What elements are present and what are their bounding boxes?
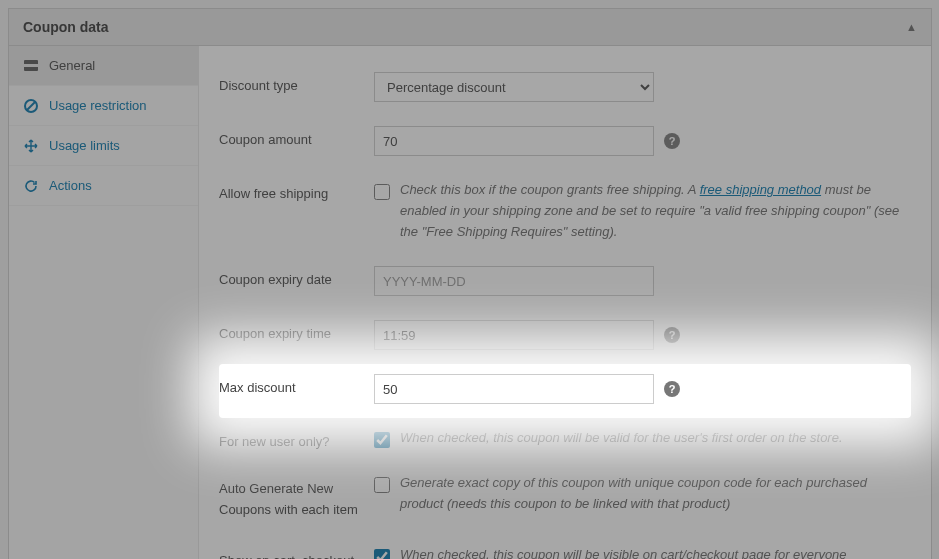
checkbox-auto-generate[interactable]: [374, 477, 390, 493]
refresh-icon: [23, 179, 39, 193]
checkbox-free-shipping[interactable]: [374, 184, 390, 200]
field-free-shipping: Allow free shipping Check this box if th…: [219, 170, 911, 256]
panel-header[interactable]: Coupon data ▲: [9, 9, 931, 46]
sidebar-item-actions[interactable]: Actions: [9, 166, 198, 206]
input-expiry-date[interactable]: [374, 266, 654, 296]
sidebar-item-usage-limits[interactable]: Usage limits: [9, 126, 198, 166]
sidebar-item-general[interactable]: General: [9, 46, 198, 86]
help-icon[interactable]: ?: [664, 327, 680, 343]
field-coupon-amount: Coupon amount ?: [219, 116, 911, 170]
field-expiry-time: Coupon expiry time ?: [219, 310, 911, 364]
input-expiry-time[interactable]: [374, 320, 654, 350]
move-icon: [23, 139, 39, 153]
label-expiry-time: Coupon expiry time: [219, 320, 374, 341]
select-discount-type[interactable]: Percentage discount: [374, 72, 654, 102]
coupon-data-panel: Coupon data ▲ General Usage restriction: [8, 8, 932, 559]
field-discount-type: Discount type Percentage discount: [219, 62, 911, 116]
input-max-discount[interactable]: [374, 374, 654, 404]
collapse-icon: ▲: [906, 21, 917, 33]
sidebar-item-label: Usage limits: [49, 138, 120, 153]
help-icon[interactable]: ?: [664, 381, 680, 397]
label-coupon-amount: Coupon amount: [219, 126, 374, 147]
sidebar: General Usage restriction Usage limits A…: [9, 46, 199, 559]
sidebar-item-label: Actions: [49, 178, 92, 193]
checkbox-new-user[interactable]: [374, 432, 390, 448]
label-discount-type: Discount type: [219, 72, 374, 93]
desc-show-on-cart: When checked, this coupon will be visibl…: [400, 545, 911, 559]
field-show-on-cart: Show on cart, checkout and my account? W…: [219, 535, 911, 559]
sidebar-item-usage-restriction[interactable]: Usage restriction: [9, 86, 198, 126]
label-free-shipping: Allow free shipping: [219, 180, 374, 201]
block-icon: [23, 99, 39, 113]
field-auto-generate: Auto Generate New Coupons with each item…: [219, 463, 911, 535]
input-coupon-amount[interactable]: [374, 126, 654, 156]
label-show-on-cart: Show on cart, checkout and my account?: [219, 545, 374, 559]
sidebar-item-label: Usage restriction: [49, 98, 147, 113]
panel-body: General Usage restriction Usage limits A…: [9, 46, 931, 559]
link-free-shipping-method[interactable]: free shipping method: [700, 182, 821, 197]
field-max-discount: Max discount ?: [219, 364, 911, 418]
field-new-user: For new user only? When checked, this co…: [219, 418, 911, 463]
desc-new-user: When checked, this coupon will be valid …: [400, 428, 911, 449]
content-area: Discount type Percentage discount Coupon…: [199, 46, 931, 559]
coupon-icon: [23, 60, 39, 71]
checkbox-show-on-cart[interactable]: [374, 549, 390, 559]
field-expiry-date: Coupon expiry date: [219, 256, 911, 310]
label-auto-generate: Auto Generate New Coupons with each item: [219, 473, 374, 521]
desc-auto-generate: Generate exact copy of this coupon with …: [400, 473, 911, 515]
help-icon[interactable]: ?: [664, 133, 680, 149]
svg-line-3: [27, 102, 35, 110]
label-expiry-date: Coupon expiry date: [219, 266, 374, 287]
desc-free-shipping: Check this box if the coupon grants free…: [400, 180, 911, 242]
svg-rect-1: [24, 64, 38, 67]
sidebar-item-label: General: [49, 58, 95, 73]
label-new-user: For new user only?: [219, 428, 374, 449]
label-max-discount: Max discount: [219, 374, 374, 395]
panel-title: Coupon data: [23, 19, 109, 35]
